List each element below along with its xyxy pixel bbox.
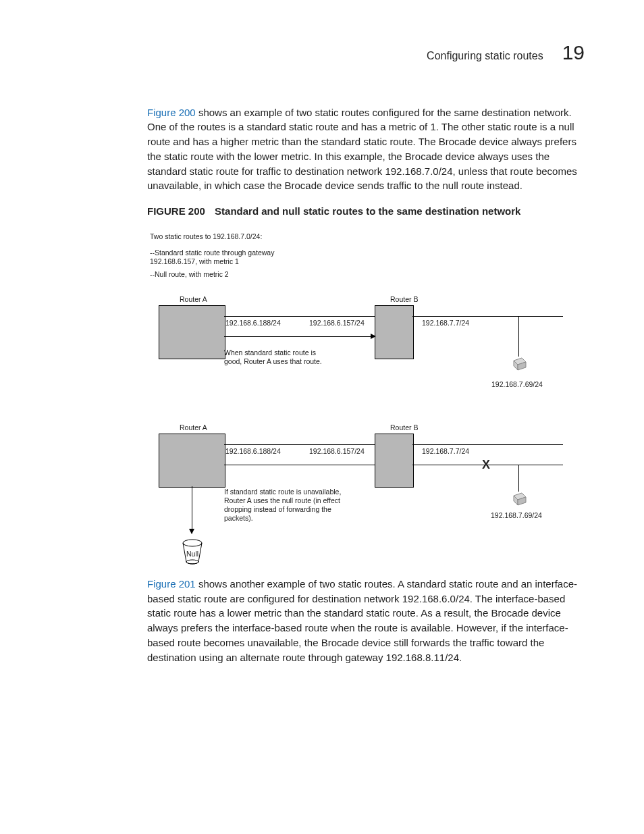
router-b-label-2: Router B	[390, 423, 418, 433]
ip-d-label: 192.168.7.69/24	[491, 380, 543, 390]
host-drop-line	[518, 316, 519, 357]
host-icon	[510, 355, 527, 373]
ip-a-label-2: 192.168.6.188/24	[225, 446, 281, 457]
ip-c-label: 192.168.7.7/24	[422, 318, 469, 328]
ip-a-label: 192.168.6.188/24	[225, 318, 281, 328]
svg-point-7	[186, 560, 198, 564]
x-marker: X	[482, 456, 490, 473]
link-b-out-2	[412, 444, 563, 445]
figure-200-caption: FIGURE 200 Standard and null static rout…	[147, 204, 585, 219]
diagram-note-1: --Standard static route through gateway …	[150, 249, 278, 266]
diagram-note-header: Two static routes to 192.168.7.0/24:	[150, 232, 262, 241]
followup-paragraph-body: shows another example of two static rout…	[147, 578, 577, 663]
ip-b-label-2: 192.168.6.157/24	[309, 446, 365, 457]
router-a-box-2	[159, 434, 225, 488]
router-b-label: Router B	[390, 294, 418, 305]
link-a-b-top	[224, 316, 375, 317]
host-drop-line-2	[518, 465, 519, 492]
router-b-box-2	[375, 434, 414, 488]
null-label: Null	[186, 549, 198, 559]
router-a-label-2: Router A	[180, 423, 207, 433]
caption-standard-route: When standard static route is good, Rout…	[224, 348, 329, 366]
intro-paragraph-body: shows an example of two static routes co…	[147, 107, 577, 192]
router-a-label: Router A	[180, 294, 207, 305]
router-b-box	[375, 305, 414, 359]
link-b-out	[412, 316, 563, 317]
followup-paragraph: Figure 201 shows another example of two …	[147, 577, 585, 665]
arrow-to-null	[192, 486, 192, 533]
host-icon-2	[510, 490, 527, 508]
page-header: Configuring static routes 19	[147, 38, 585, 68]
caption-null-route: If standard static route is unavailable,…	[224, 488, 342, 523]
arrow-a-to-b	[224, 336, 375, 337]
ip-d-label-2: 192.168.7.69/24	[491, 511, 542, 521]
figure-201-link[interactable]: Figure 201	[147, 578, 196, 590]
link-a-b-bottom	[224, 444, 375, 445]
figure-word: FIGURE	[147, 205, 186, 217]
figure-200-diagram: Two static routes to 192.168.7.0/24: --S…	[147, 230, 566, 574]
router-a-box	[159, 305, 225, 359]
page-number: 19	[562, 38, 585, 68]
ip-b-label: 192.168.6.157/24	[309, 318, 365, 328]
link-a-b-bottom-2	[224, 465, 375, 465]
figure-number: 200	[188, 205, 205, 217]
section-title: Configuring static routes	[427, 48, 543, 63]
diagram-note-2: --Null route, with metric 2	[150, 270, 229, 279]
intro-paragraph: Figure 200 shows an example of two stati…	[147, 105, 585, 194]
figure-title: Standard and null static routes to the s…	[215, 205, 520, 217]
ip-c-label-2: 192.168.7.7/24	[422, 446, 469, 457]
figure-200-link[interactable]: Figure 200	[147, 107, 196, 118]
svg-point-6	[183, 540, 202, 546]
